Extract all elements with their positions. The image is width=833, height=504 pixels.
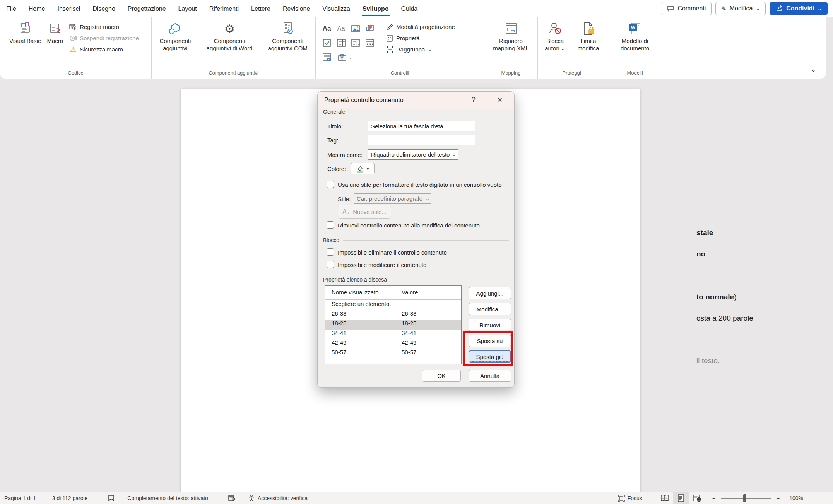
- read-mode-button[interactable]: [657, 492, 673, 504]
- tab-guida[interactable]: Guida: [395, 0, 424, 17]
- annulla-button[interactable]: Annulla: [469, 370, 511, 382]
- aggiungi-button[interactable]: Aggiungi...: [469, 287, 511, 299]
- group-label-codice: Codice: [0, 70, 151, 79]
- ok-button[interactable]: OK: [422, 370, 461, 382]
- rich-text-control-button[interactable]: Aa: [320, 21, 334, 36]
- column-divider: [397, 286, 397, 299]
- web-layout-button[interactable]: [689, 492, 705, 504]
- share-button[interactable]: Condividi ⌄: [770, 2, 828, 15]
- tab-progettazione[interactable]: Progettazione: [121, 0, 172, 17]
- macro-security-button[interactable]: ⚠ Sicurezza macro: [67, 44, 141, 55]
- date-picker-control-button[interactable]: [363, 36, 377, 50]
- list-row-50-57[interactable]: 50-5750-57: [325, 349, 461, 359]
- tab-layout[interactable]: Layout: [172, 0, 203, 17]
- tab-sviluppo[interactable]: Sviluppo: [356, 0, 395, 17]
- dialog-titlebar[interactable]: Proprietà controllo contenuto ? ✕: [318, 92, 514, 109]
- help-icon[interactable]: ?: [469, 96, 479, 105]
- group-icon: [386, 46, 393, 53]
- focus-icon: [617, 494, 625, 502]
- combo-box-control-button[interactable]: [334, 36, 348, 50]
- list-row-26-33[interactable]: 26-3326-33: [325, 310, 461, 320]
- impossibile-modificare-checkbox[interactable]: [327, 261, 334, 268]
- com-addins-button[interactable]: Componenti aggiuntivi COM: [260, 21, 315, 54]
- dropdown-items-list[interactable]: Nome visualizzato Valore Scegliere un el…: [325, 285, 462, 364]
- focus-mode-button[interactable]: Focus: [613, 492, 647, 504]
- editing-mode-button[interactable]: ✎ Modifica ⌄: [715, 2, 766, 15]
- print-layout-button[interactable]: [673, 492, 689, 504]
- column-header-valore: Valore: [402, 289, 418, 296]
- block-authors-button[interactable]: Blocca autori ⌄: [539, 21, 571, 54]
- text-prediction-status[interactable]: Completamento del testo: attivato: [123, 492, 212, 504]
- zoom-level[interactable]: 100%: [785, 492, 807, 504]
- mostra-come-select[interactable]: Riquadro delimitatore del testo ⌄: [368, 149, 458, 160]
- tab-disegno[interactable]: Disegno: [86, 0, 121, 17]
- tab-revisione[interactable]: Revisione: [277, 0, 316, 17]
- tab-riferimenti[interactable]: Riferimenti: [203, 0, 245, 17]
- section-generale: Generale: [323, 109, 509, 115]
- accessibility-status[interactable]: Accessibilità: verifica: [243, 492, 312, 504]
- addins-icon: [169, 22, 182, 35]
- rimuovi-button[interactable]: Rimuovi: [469, 319, 511, 331]
- properties-button[interactable]: Proprietà: [383, 32, 457, 44]
- building-block-control-button[interactable]: [363, 21, 377, 36]
- sposta-su-button[interactable]: Sposta su: [469, 335, 511, 347]
- nuovo-stile-button: A₊ Nuovo stile...: [338, 205, 391, 219]
- document-template-button[interactable]: W Modello di documento: [614, 21, 656, 54]
- record-macro-button[interactable]: Registra macro: [67, 21, 141, 32]
- zoom-slider[interactable]: [721, 498, 771, 499]
- paint-bucket-icon: [356, 165, 364, 173]
- rimuovi-controllo-checkbox[interactable]: [327, 221, 334, 229]
- plain-text-control-button[interactable]: Aa: [334, 21, 348, 36]
- comments-button[interactable]: Commenti: [661, 2, 712, 15]
- tag-label: Tag:: [327, 137, 338, 144]
- tab-inserisci[interactable]: Inserisci: [51, 0, 86, 17]
- checkbox-control-button[interactable]: [320, 36, 334, 50]
- ribbon: Visual Basic Macro Registra macro: [0, 17, 826, 79]
- tab-home[interactable]: Home: [22, 0, 51, 17]
- word-count[interactable]: 3 di 112 parole: [48, 492, 92, 504]
- sposta-giu-button[interactable]: Sposta giù: [469, 350, 511, 363]
- xml-mapping-icon: [505, 22, 518, 35]
- group-label-controlli: Controlli: [316, 70, 484, 79]
- warning-icon: ⚠: [69, 46, 77, 53]
- proofing-status[interactable]: [103, 492, 119, 504]
- list-row-34-41[interactable]: 34-4134-41: [325, 330, 461, 339]
- zoom-out-button[interactable]: −: [711, 492, 717, 504]
- xml-mapping-pane-button[interactable]: Riquadro mapping XML: [487, 21, 535, 54]
- tab-lettere[interactable]: Lettere: [245, 0, 277, 17]
- ribbon-group-proteggi: Blocca autori ⌄ Limita modifica Proteggi: [538, 17, 606, 79]
- zoom-slider-thumb[interactable]: [743, 494, 746, 502]
- repeating-section-control-button[interactable]: [320, 50, 334, 64]
- addins-button[interactable]: Componenti aggiuntivi: [152, 21, 199, 54]
- macro-button[interactable]: Macro: [44, 21, 65, 46]
- list-row-placeholder[interactable]: Scegliere un elemento.: [325, 301, 461, 310]
- impossibile-eliminare-checkbox[interactable]: [327, 248, 334, 256]
- list-text-continued: osta a 200 parole: [696, 314, 753, 323]
- colore-label: Colore:: [327, 166, 346, 172]
- close-icon[interactable]: ✕: [495, 96, 505, 105]
- restrict-editing-button[interactable]: Limita modifica: [573, 21, 604, 54]
- tag-input[interactable]: [368, 135, 475, 145]
- macro-recording-status[interactable]: [224, 492, 240, 504]
- page-indicator[interactable]: Pagina 1 di 1: [0, 492, 40, 504]
- group-button[interactable]: Raggruppa ⌄: [383, 44, 457, 55]
- usa-stile-checkbox[interactable]: [327, 181, 334, 188]
- list-row-42-49[interactable]: 42-4942-49: [325, 339, 461, 349]
- group-label-modelli: Modelli: [606, 70, 664, 79]
- design-mode-button[interactable]: Modalità progettazione: [383, 21, 457, 32]
- legacy-tools-button[interactable]: ⌄: [334, 50, 356, 64]
- zoom-in-button[interactable]: +: [775, 492, 781, 504]
- titolo-input[interactable]: [368, 121, 475, 131]
- dropdown-list-control-button[interactable]: [348, 36, 363, 50]
- collapse-ribbon-button[interactable]: ⌄: [811, 66, 816, 73]
- header-divider: [325, 299, 461, 300]
- gear-icon: ⚙: [224, 22, 235, 35]
- tab-visualizza[interactable]: Visualizza: [316, 0, 356, 17]
- color-picker-button[interactable]: ▾: [351, 163, 375, 174]
- modifica-button[interactable]: Modifica...: [469, 303, 511, 315]
- visual-basic-button[interactable]: Visual Basic: [7, 21, 43, 46]
- word-addins-button[interactable]: ⚙ Componenti aggiuntivi di Word: [202, 21, 257, 54]
- tab-file[interactable]: File: [0, 0, 22, 17]
- list-row-18-25-selected[interactable]: 18-2518-25: [325, 320, 461, 330]
- picture-control-button[interactable]: [348, 21, 363, 36]
